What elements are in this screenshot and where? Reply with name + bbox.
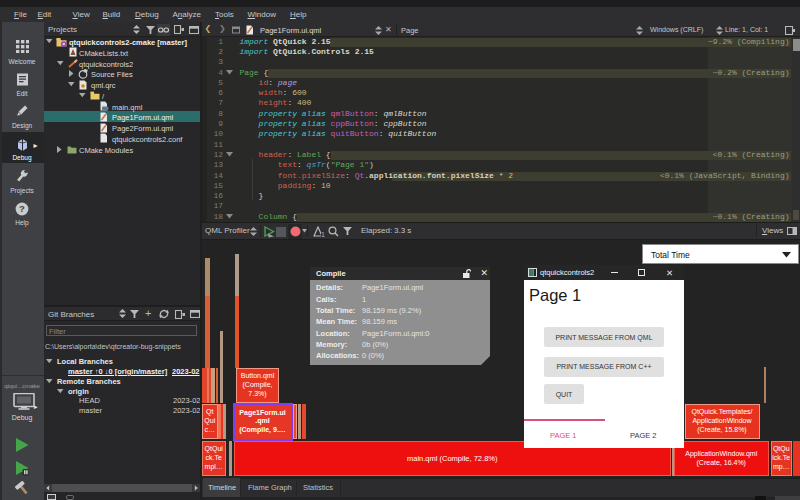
svg-text:1: 1 — [321, 231, 325, 237]
svg-text:?: ? — [19, 203, 25, 214]
